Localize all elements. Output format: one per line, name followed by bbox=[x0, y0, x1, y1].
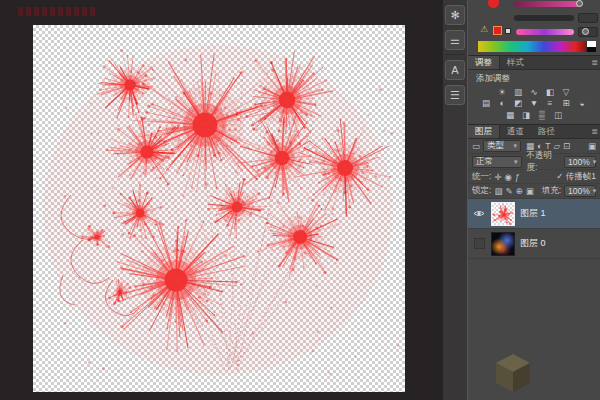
fill-dropdown[interactable]: 100%▾ bbox=[564, 185, 596, 197]
web-color-swatch[interactable] bbox=[505, 28, 511, 34]
tab-adjustments[interactable]: 调整 bbox=[468, 56, 500, 69]
adjustment-icon-color-lookup[interactable]: ⊞ bbox=[560, 98, 573, 109]
character-panel-icon[interactable]: A bbox=[445, 60, 465, 80]
tab-styles[interactable]: 样式 bbox=[500, 56, 531, 69]
watermark-text bbox=[18, 7, 98, 16]
dock-divider bbox=[445, 54, 465, 55]
adjustment-icon-posterize[interactable]: ▦ bbox=[504, 110, 517, 121]
adjustment-grid: ☀▥∿◧▽▤◐◩▼≡⊞◒▦◨▒◫ bbox=[468, 86, 600, 124]
gamut-color-swatch[interactable] bbox=[493, 26, 502, 35]
tab-layers[interactable]: 图层 bbox=[468, 125, 500, 138]
unify-label: 统一: bbox=[472, 171, 491, 183]
gamut-warning-icon: ⚠ bbox=[480, 24, 488, 34]
layer-row[interactable]: 图层 1 bbox=[468, 199, 600, 229]
layer-name[interactable]: 图层 1 bbox=[520, 207, 546, 220]
blend-mode-row: 正常▾ 不透明度: 100%▾ bbox=[468, 154, 600, 170]
adjustment-icon-black-white[interactable]: ◩ bbox=[512, 98, 525, 109]
unify-row: 统一: ✛◉ƒ ✓ 传播帧1 bbox=[468, 170, 600, 184]
lock-image-pixels-icon[interactable]: ✎ bbox=[505, 186, 512, 196]
lock-position-icon[interactable]: ⊕ bbox=[516, 186, 523, 196]
panel-menu-icon[interactable]: ≣ bbox=[591, 127, 598, 136]
adjustment-icon-selective-color[interactable]: ◫ bbox=[552, 110, 565, 121]
layers-list: 图层 1图层 0 bbox=[468, 199, 600, 400]
paragraph-panel-icon[interactable]: ☰ bbox=[445, 85, 465, 105]
color-panel: ⚠ bbox=[468, 0, 600, 56]
layer-visibility-toggle[interactable] bbox=[472, 209, 486, 218]
adjustment-icon-curves[interactable]: ∿ bbox=[528, 87, 541, 98]
adjustment-icon-levels[interactable]: ▥ bbox=[512, 87, 525, 98]
unify-style-icon[interactable]: ƒ bbox=[515, 172, 520, 182]
tab-channels[interactable]: 通道 bbox=[500, 125, 531, 138]
layer-row[interactable]: 图层 0 bbox=[468, 229, 600, 259]
adjustment-icon-vibrance[interactable]: ▽ bbox=[560, 87, 573, 98]
panel-menu-icon[interactable]: ≣ bbox=[591, 58, 598, 67]
blend-mode-dropdown[interactable]: 正常▾ bbox=[472, 156, 522, 168]
adjustment-icon-gradient-map[interactable]: ▒ bbox=[536, 110, 549, 121]
layer-thumbnail[interactable] bbox=[491, 232, 515, 256]
right-panel-dock: ⚠ 调整 样式 ≣ 添加调整 ☀▥∿◧▽▤◐◩▼≡⊞◒▦◨▒◫ 图层 通道 bbox=[468, 0, 600, 400]
layers-panel: 图层 通道 路径 ≣ ▭ 类型▾ ▦◐T▱⊡ ▣ 正常▾ 不透明度: 100% bbox=[468, 125, 600, 400]
filter-smart-objects-icon[interactable]: ⊡ bbox=[563, 141, 570, 151]
fireworks-image bbox=[33, 25, 405, 392]
adjustments-panel: 调整 样式 ≣ 添加调整 ☀▥∿◧▽▤◐◩▼≡⊞◒▦◨▒◫ bbox=[468, 56, 600, 125]
adjustment-icon-threshold[interactable]: ◨ bbox=[520, 110, 533, 121]
lock-label: 锁定: bbox=[472, 185, 491, 197]
photoshop-window: ✻ ⚌ A ☰ ⚠ 调整 样式 ≣ bbox=[0, 0, 600, 400]
cube-watermark-icon bbox=[494, 352, 532, 394]
history-panel-icon[interactable]: ✻ bbox=[445, 5, 465, 25]
lock-transparent-pixels-icon[interactable]: ▨ bbox=[494, 186, 502, 196]
color-slider-track[interactable] bbox=[514, 1, 580, 7]
visibility-empty-box bbox=[474, 238, 485, 249]
tab-paths[interactable]: 路径 bbox=[531, 125, 562, 138]
adjustment-icon-brightness-contrast[interactable]: ☀ bbox=[496, 87, 509, 98]
adjustment-icon-photo-filter[interactable]: ▼ bbox=[528, 98, 541, 109]
layer-name[interactable]: 图层 0 bbox=[520, 237, 546, 250]
color-slider-track[interactable] bbox=[514, 15, 574, 21]
color-slider-track[interactable] bbox=[516, 29, 574, 35]
adjustment-icon-invert[interactable]: ◒ bbox=[576, 98, 589, 109]
adjustment-icon-hue-saturation[interactable]: ▤ bbox=[480, 98, 493, 109]
adjustment-icon-channel-mixer[interactable]: ≡ bbox=[544, 98, 557, 109]
lock-all-icon[interactable]: ▣ bbox=[526, 186, 534, 196]
color-spectrum-ramp[interactable] bbox=[478, 41, 586, 52]
adjustments-tabbar: 调整 样式 ≣ bbox=[468, 56, 600, 70]
color-slider-knob[interactable] bbox=[576, 0, 583, 7]
unify-visibility-icon[interactable]: ◉ bbox=[505, 172, 512, 182]
lock-row: 锁定: ▨✎⊕▣ 填充: 100%▾ bbox=[468, 184, 600, 199]
layers-tabbar: 图层 通道 路径 ≣ bbox=[468, 125, 600, 139]
foreground-color-swatch[interactable] bbox=[488, 0, 499, 8]
unify-position-icon[interactable]: ✛ bbox=[494, 172, 501, 182]
lock-icons: ▨✎⊕▣ bbox=[494, 186, 533, 196]
document-canvas[interactable] bbox=[33, 25, 405, 392]
layer-thumbnail[interactable] bbox=[491, 202, 515, 226]
filter-kind-dropdown[interactable]: 类型▾ bbox=[483, 140, 521, 152]
filter-toggle-icon[interactable]: ▣ bbox=[588, 141, 596, 151]
color-value-box[interactable] bbox=[578, 13, 598, 23]
properties-panel-icon[interactable]: ⚌ bbox=[445, 30, 465, 50]
color-slider-knob[interactable] bbox=[582, 28, 589, 35]
black-white-ramp-chips[interactable] bbox=[586, 41, 596, 52]
unify-icons: ✛◉ƒ bbox=[494, 172, 519, 182]
opacity-dropdown[interactable]: 100%▾ bbox=[564, 156, 596, 168]
panel-dock: ✻ ⚌ A ☰ bbox=[443, 0, 468, 400]
layer-visibility-toggle[interactable] bbox=[472, 238, 486, 249]
add-adjustment-hint: 添加调整 bbox=[476, 73, 600, 85]
fill-label: 填充: bbox=[542, 185, 561, 197]
eye-icon bbox=[473, 209, 485, 218]
filter-kind-icon: ▭ bbox=[472, 141, 480, 151]
propagate-frame-checkbox[interactable]: ✓ 传播帧1 bbox=[556, 171, 596, 183]
adjustment-icon-exposure[interactable]: ◧ bbox=[544, 87, 557, 98]
adjustment-icon-color-balance[interactable]: ◐ bbox=[496, 98, 509, 109]
